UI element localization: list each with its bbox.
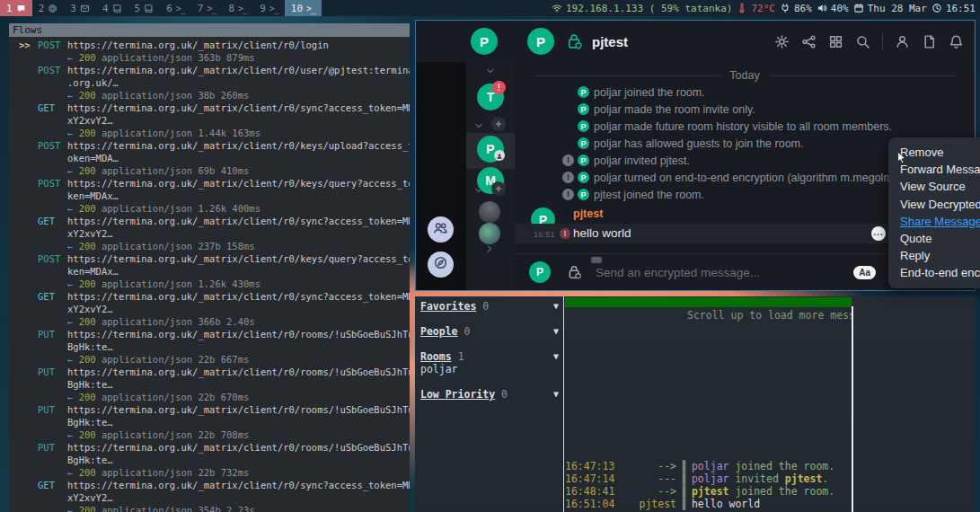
menu-item-reply[interactable]: Reply <box>888 247 980 264</box>
pane-border <box>852 306 853 512</box>
room-title: pjtest <box>592 34 628 49</box>
collapse-triangle-icon[interactable]: ▼ <box>553 388 559 401</box>
battery-text: 86% <box>794 3 812 14</box>
power-plug-icon <box>780 3 790 13</box>
collapse-triangle-icon[interactable]: ▼ <box>553 350 559 363</box>
format-toggle-button[interactable]: Aa <box>853 266 876 279</box>
workspace-4[interactable]: 4 <box>96 0 128 16</box>
room-avatar[interactable]: P <box>527 28 554 55</box>
chevron-down-icon[interactable] <box>485 64 496 75</box>
explore-button[interactable] <box>428 252 454 278</box>
workspace-8[interactable]: 8>_ <box>222 0 253 16</box>
menu-item-end-to-end-encryption-info[interactable]: End-to-end encryption info <box>888 264 980 281</box>
workspace-2[interactable]: 2 <box>32 0 65 16</box>
message-options-button[interactable]: ... <box>871 226 886 241</box>
gomuks-message-row: 16:47:13-->║poljar joined the room. <box>565 460 852 472</box>
collapse-triangle-icon[interactable]: ▼ <box>553 325 559 338</box>
mitmproxy-window: Flows >>POSThttps://termina.org.uk/_matr… <box>9 23 410 512</box>
workspace-number: 4 <box>102 3 109 14</box>
compass-explore-icon <box>433 255 448 274</box>
flow-row[interactable]: GEThttps://termina.org.uk/_matrix/client… <box>19 479 410 512</box>
flow-row[interactable]: POSThttps://termina.org.uk/_matrix/clien… <box>19 64 410 102</box>
room-section-header[interactable]: People0▼ <box>420 325 559 338</box>
flow-row[interactable]: POSThttps://termina.org.uk/_matrix/clien… <box>19 139 410 177</box>
workspace-7[interactable]: 7>_ <box>191 0 223 16</box>
browser-icon <box>48 4 57 13</box>
desktop: 123456>_7>_8>_9>_10>_ 192.168.1.133 ( 59… <box>0 0 980 512</box>
network-status: 192.168.1.133 ( 59% tatanka) <box>552 3 732 14</box>
flow-row[interactable]: >>POSThttps://termina.org.uk/_matrix/cli… <box>19 39 410 64</box>
workspace-switcher: 123456>_7>_8>_9>_10>_ <box>0 0 322 16</box>
room-section-header[interactable]: Favorites0▼ <box>420 300 559 313</box>
menu-item-view-source[interactable]: View Source <box>888 178 980 195</box>
notifications-icon[interactable] <box>949 34 964 49</box>
thermometer-icon <box>737 3 747 13</box>
menu-item-share-message[interactable]: Share Message <box>888 213 980 230</box>
workspace-9[interactable]: 9>_ <box>253 0 285 16</box>
flow-row[interactable]: POSThttps://termina.org.uk/_matrix/clien… <box>19 177 410 215</box>
members-icon[interactable] <box>895 34 910 49</box>
flow-row[interactable]: PUThttps://termina.org.uk/_matrix/client… <box>19 366 410 403</box>
composer-lock-icon <box>567 264 583 280</box>
unencrypted-warning-icon: ! <box>560 228 570 239</box>
share-room-icon[interactable] <box>801 34 817 49</box>
add-room-button[interactable] <box>491 117 506 131</box>
room-entry[interactable]: poljar <box>420 363 559 375</box>
apps-grid-icon[interactable] <box>828 34 843 49</box>
clock-icon <box>931 3 942 13</box>
terminal-icon: >_ <box>306 4 315 13</box>
unencrypted-warning-icon: ! <box>562 154 574 166</box>
unencrypted-warning-icon: ! <box>562 172 574 183</box>
book-icon <box>112 4 122 13</box>
room-header: P P pjtest <box>416 21 975 62</box>
room-section-header[interactable]: Rooms1▼ <box>420 350 559 363</box>
files-icon[interactable] <box>922 34 937 49</box>
volume-status: 40% <box>817 3 849 14</box>
add-room-button[interactable] <box>491 181 506 196</box>
workspace-10[interactable]: 10>_ <box>285 0 322 16</box>
menu-item-view-decrypted-source[interactable]: View Decrypted Source <box>888 196 980 213</box>
chevron-down-icon[interactable] <box>473 183 484 194</box>
collapse-triangle-icon[interactable]: ▼ <box>553 300 559 313</box>
status-bar-right: 192.168.1.133 ( 59% tatanka) 72°C 86% 40… <box>552 0 980 16</box>
workspace-number: 6 <box>166 3 172 14</box>
book-icon <box>144 4 154 13</box>
community-panel <box>416 62 466 290</box>
mitmproxy-flows-header: Flows <box>9 23 410 37</box>
search-icon[interactable] <box>855 34 870 49</box>
menu-item-quote[interactable]: Quote <box>888 230 980 247</box>
workspace-1[interactable]: 1 <box>0 0 32 16</box>
status-bar: 123456>_7>_8>_9>_10>_ 192.168.1.133 ( 59… <box>0 0 980 16</box>
chevron-right-icon[interactable] <box>484 242 495 252</box>
user-avatar[interactable]: P <box>471 28 498 55</box>
flow-row[interactable]: PUThttps://termina.org.uk/_matrix/client… <box>19 403 410 441</box>
workspace-number: 8 <box>228 3 234 14</box>
people-group-icon <box>433 220 448 239</box>
flow-list: >>POSThttps://termina.org.uk/_matrix/cli… <box>9 37 410 512</box>
flow-row[interactable]: GEThttps://termina.org.uk/_matrix/client… <box>19 215 410 252</box>
workspace-5[interactable]: 5 <box>128 0 161 16</box>
flow-row[interactable]: GEThttps://termina.org.uk/_matrix/client… <box>19 290 410 328</box>
workspace-6[interactable]: 6>_ <box>160 0 191 16</box>
workspace-number: 9 <box>260 3 266 14</box>
gomuks-message-row: 16:47:14---║poljar invited pjtest. <box>565 472 852 485</box>
flow-row[interactable]: PUThttps://termina.org.uk/_matrix/client… <box>19 441 410 479</box>
room-image-avatar[interactable] <box>479 201 500 223</box>
plus-icon <box>494 116 503 132</box>
message-composer[interactable]: Send an encrypted message... <box>596 266 853 279</box>
message-text: hello world <box>573 226 631 240</box>
workspace-number: 7 <box>198 3 204 14</box>
keyboard-indicator <box>591 257 602 263</box>
avatar: P <box>578 137 589 149</box>
chevron-down-icon[interactable] <box>473 119 484 129</box>
flow-row[interactable]: PUThttps://termina.org.uk/_matrix/client… <box>19 328 410 366</box>
clock-status: 16:51 <box>931 3 976 14</box>
flow-row[interactable]: GEThttps://termina.org.uk/_matrix/client… <box>19 102 410 139</box>
sidebar-divider <box>563 296 564 512</box>
flow-row[interactable]: POSThttps://termina.org.uk/_matrix/clien… <box>19 252 410 290</box>
room-section-header[interactable]: Low Priority0▼ <box>420 388 559 401</box>
avatar: P <box>578 86 589 98</box>
workspace-3[interactable]: 3 <box>64 0 96 16</box>
room-settings-icon[interactable] <box>774 34 790 49</box>
home-communities-button[interactable] <box>428 216 454 243</box>
